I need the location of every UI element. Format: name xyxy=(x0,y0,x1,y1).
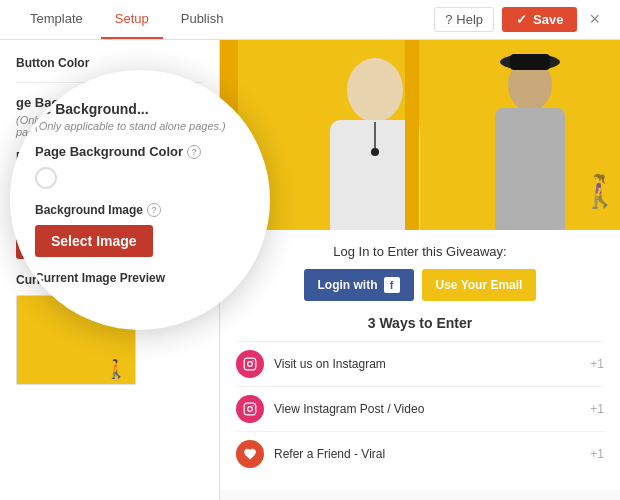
svg-rect-10 xyxy=(405,40,419,230)
heart-icon xyxy=(236,440,264,468)
button-color-section-label: Button Color xyxy=(16,56,203,70)
svg-rect-14 xyxy=(244,403,256,415)
svg-point-8 xyxy=(371,148,379,156)
login-prompt: Log In to Enter this Giveaway: xyxy=(236,244,604,259)
entry-item-instagram-post: View Instagram Post / Video +1 xyxy=(236,386,604,431)
svg-point-13 xyxy=(253,360,254,361)
giveaway-preview-panel: 🚶‍♀️ Log In to Enter this Giveaway: Logi… xyxy=(220,40,620,500)
app-header: Template Setup Publish ? Help ✓ Save × xyxy=(0,0,620,40)
entry-item-instagram-visit: Visit us on Instagram +1 xyxy=(236,341,604,386)
login-buttons: Login with f Use Your Email xyxy=(236,269,604,301)
facebook-label: Login with xyxy=(318,278,378,292)
entry-points-post: +1 xyxy=(590,402,604,416)
facebook-icon: f xyxy=(384,277,400,293)
magnifier-overlay: ge Background... (Only applicable to sta… xyxy=(10,70,270,330)
entry-item-referral: Refer a Friend - Viral +1 xyxy=(236,431,604,476)
question-icon: ? xyxy=(445,12,452,27)
magnifier-page-bg-note: (Only applicable to stand alone pages.) xyxy=(35,120,245,132)
magnifier-preview-label: Current Image Preview xyxy=(35,271,245,285)
instagram-post-icon xyxy=(236,395,264,423)
main-content: Button Color ge Background... (Only appl… xyxy=(0,40,620,500)
giveaway-preview: 🚶‍♀️ Log In to Enter this Giveaway: Logi… xyxy=(220,40,620,500)
svg-point-12 xyxy=(248,362,253,367)
tab-bar: Template Setup Publish xyxy=(16,0,237,39)
preview-person-icon: 🚶 xyxy=(105,358,127,380)
help-button[interactable]: ? Help xyxy=(434,7,494,32)
magnifier-color-help-icon: ? xyxy=(187,145,201,159)
tab-setup[interactable]: Setup xyxy=(101,0,163,39)
svg-rect-6 xyxy=(510,54,550,70)
close-icon: × xyxy=(589,9,600,29)
magnifier-content: ge Background... (Only applicable to sta… xyxy=(13,73,267,313)
tab-template[interactable]: Template xyxy=(16,0,97,39)
giveaway-hero-image: 🚶‍♀️ xyxy=(220,40,620,230)
magnifier-select-image-button[interactable]: Select Image xyxy=(35,225,153,257)
close-button[interactable]: × xyxy=(585,5,604,34)
entry-label-referral: Refer a Friend - Viral xyxy=(274,447,580,461)
magnifier-page-bg-title: ge Background... xyxy=(35,101,245,117)
svg-point-15 xyxy=(248,407,253,412)
save-button[interactable]: ✓ Save xyxy=(502,7,577,32)
magnifier-color-radio xyxy=(35,167,57,189)
giveaway-body: Log In to Enter this Giveaway: Login wit… xyxy=(220,230,620,490)
magnifier-bg-image-label: Background Image ? xyxy=(35,203,245,217)
login-facebook-button[interactable]: Login with f xyxy=(304,269,414,301)
check-icon: ✓ xyxy=(516,12,527,27)
svg-rect-4 xyxy=(495,108,565,230)
ways-to-enter-title: 3 Ways to Enter xyxy=(236,315,604,331)
side-person-icon: 🚶‍♀️ xyxy=(580,172,620,210)
svg-point-16 xyxy=(253,405,254,406)
magnifier-bg-image-help-icon: ? xyxy=(147,203,161,217)
entry-points-visit: +1 xyxy=(590,357,604,371)
entry-label-post: View Instagram Post / Video xyxy=(274,402,580,416)
login-email-button[interactable]: Use Your Email xyxy=(422,269,537,301)
svg-rect-11 xyxy=(244,358,256,370)
entry-label-visit: Visit us on Instagram xyxy=(274,357,580,371)
instagram-icon xyxy=(236,350,264,378)
svg-point-1 xyxy=(347,58,403,122)
magnifier-page-bg-color-label: Page Background Color ? xyxy=(35,144,245,159)
tab-publish[interactable]: Publish xyxy=(167,0,238,39)
header-actions: ? Help ✓ Save × xyxy=(434,5,604,34)
entry-points-referral: +1 xyxy=(590,447,604,461)
